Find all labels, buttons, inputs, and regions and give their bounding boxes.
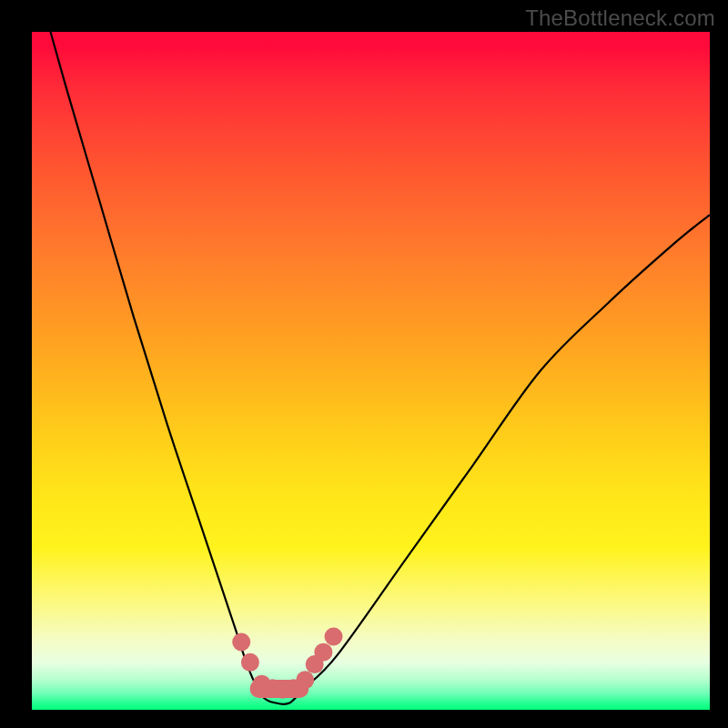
plot-area — [32, 32, 710, 710]
data-marker — [241, 653, 259, 672]
data-marker — [325, 628, 343, 646]
bottleneck-curve — [32, 32, 710, 704]
curve-layer — [32, 32, 710, 710]
chart-frame: TheBottleneck.com — [0, 0, 728, 728]
data-marker — [296, 671, 314, 689]
watermark-text: TheBottleneck.com — [525, 5, 715, 31]
data-marker — [314, 643, 332, 662]
data-marker — [232, 633, 250, 652]
